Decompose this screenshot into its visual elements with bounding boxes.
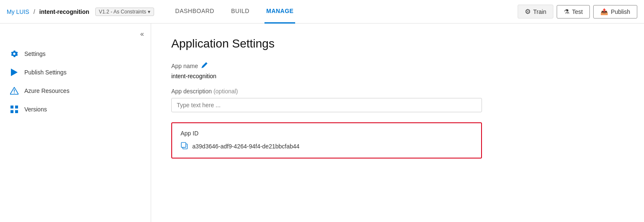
header-left: My LUIS / intent-recognition V1.2 - As C… bbox=[7, 0, 518, 24]
svg-rect-5 bbox=[15, 106, 18, 108]
app-id-value-row: a39d3646-adf9-4264-94f4-de21bbcfab44 bbox=[181, 142, 473, 151]
flask-icon: ⚗ bbox=[564, 8, 569, 16]
play-icon bbox=[10, 68, 18, 77]
version-badge[interactable]: V1.2 - As Constraints ▾ bbox=[95, 8, 154, 16]
gear-icon bbox=[10, 50, 18, 58]
page-title: Application Settings bbox=[171, 37, 624, 50]
svg-rect-4 bbox=[10, 106, 13, 108]
tab-manage[interactable]: MANAGE bbox=[264, 0, 295, 24]
svg-rect-6 bbox=[10, 110, 13, 113]
app-name-label: App name bbox=[171, 62, 624, 69]
breadcrumb-separator: / bbox=[34, 8, 35, 15]
edit-app-name-icon[interactable] bbox=[202, 62, 207, 69]
app-id-label: App ID bbox=[181, 130, 473, 137]
chevron-down-icon: ▾ bbox=[148, 9, 150, 15]
sidebar-versions-label: Versions bbox=[24, 106, 47, 113]
svg-rect-7 bbox=[15, 110, 18, 113]
gear-spin-icon: ⚙ bbox=[525, 8, 531, 16]
nav-tabs: DASHBOARD BUILD MANAGE bbox=[173, 0, 295, 24]
content-area: Application Settings App name intent-rec… bbox=[151, 24, 644, 222]
sidebar: « Settings Publish Settings bbox=[0, 24, 151, 222]
app-id-text: a39d3646-adf9-4264-94f4-de21bbcfab44 bbox=[192, 143, 299, 150]
description-label: App description (optional) bbox=[171, 88, 624, 95]
tab-dashboard[interactable]: DASHBOARD bbox=[173, 0, 216, 24]
train-button[interactable]: ⚙ Train bbox=[518, 5, 553, 18]
description-input[interactable] bbox=[171, 98, 482, 112]
collapse-sidebar-button[interactable]: « bbox=[140, 30, 144, 38]
app-id-box: App ID a39d3646-adf9-4264-94f4-de21bbcfa… bbox=[171, 122, 482, 159]
header: My LUIS / intent-recognition V1.2 - As C… bbox=[0, 0, 644, 24]
sidebar-item-settings[interactable]: Settings bbox=[0, 45, 151, 63]
publish-button[interactable]: 📤 Publish bbox=[593, 5, 637, 18]
app-name-value: intent-recognition bbox=[171, 73, 624, 79]
sidebar-collapse-area: « bbox=[0, 30, 151, 45]
sidebar-publish-settings-label: Publish Settings bbox=[24, 69, 66, 76]
version-label: V1.2 - As Constraints bbox=[99, 9, 147, 15]
sidebar-item-versions[interactable]: Versions bbox=[0, 100, 151, 119]
sidebar-item-publish-settings[interactable]: Publish Settings bbox=[0, 63, 151, 82]
tab-build[interactable]: BUILD bbox=[229, 0, 251, 24]
main-layout: « Settings Publish Settings bbox=[0, 24, 644, 222]
versions-icon bbox=[10, 105, 18, 114]
azure-icon bbox=[10, 87, 18, 95]
test-button[interactable]: ⚗ Test bbox=[557, 5, 590, 18]
svg-rect-9 bbox=[181, 143, 186, 148]
sidebar-item-azure-resources[interactable]: Azure Resources bbox=[0, 82, 151, 100]
breadcrumb-home[interactable]: My LUIS bbox=[7, 8, 29, 15]
description-optional: (optional) bbox=[213, 88, 238, 95]
svg-point-3 bbox=[14, 92, 15, 93]
publish-icon: 📤 bbox=[600, 8, 608, 16]
header-actions: ⚙ Train ⚗ Test 📤 Publish bbox=[518, 5, 637, 18]
sidebar-settings-label: Settings bbox=[24, 50, 46, 57]
sidebar-azure-resources-label: Azure Resources bbox=[24, 87, 69, 94]
breadcrumb-app-name: intent-recognition bbox=[39, 8, 89, 15]
copy-app-id-icon[interactable] bbox=[181, 142, 188, 151]
svg-marker-0 bbox=[11, 69, 18, 76]
